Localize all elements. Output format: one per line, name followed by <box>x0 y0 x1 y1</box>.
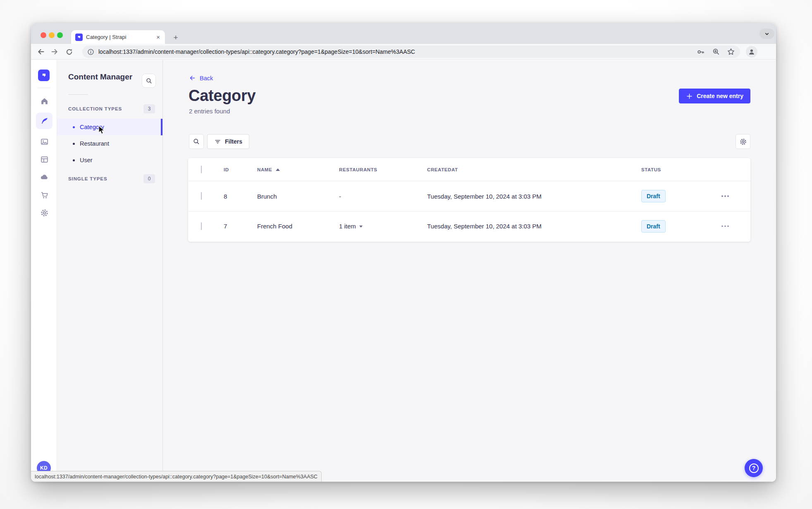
cell-restaurants[interactable]: 1 item <box>339 223 427 230</box>
sort-asc-icon <box>276 168 280 171</box>
single-types-count: 0 <box>143 174 155 183</box>
tab-close-icon[interactable]: × <box>155 33 161 41</box>
row-actions-button[interactable] <box>721 226 729 227</box>
subnav-divider <box>68 94 88 95</box>
strapi-logo[interactable] <box>38 70 50 81</box>
collection-types-label: COLLECTION TYPES <box>68 106 122 111</box>
cell-restaurants: - <box>339 193 427 200</box>
site-info-icon[interactable] <box>87 48 94 55</box>
feather-pen-icon <box>40 117 49 125</box>
page-title: Category <box>189 87 256 105</box>
subnav-search-button[interactable] <box>142 74 156 88</box>
cell-id: 8 <box>224 193 257 200</box>
browser-window: Category | Strapi × + localhost:1337/adm… <box>31 23 776 482</box>
minimize-window-button[interactable] <box>49 32 55 38</box>
column-header-status[interactable]: STATUS <box>641 167 721 172</box>
chevron-down-icon <box>764 31 770 37</box>
select-all-checkbox[interactable] <box>201 166 202 173</box>
sidebar-item-media-library[interactable] <box>36 134 52 149</box>
search-icon <box>193 138 200 145</box>
link-status-bar: localhost:1337/admin/content-manager/col… <box>31 471 322 482</box>
sidebar-item-settings[interactable] <box>36 205 52 221</box>
bookmark-star-icon[interactable] <box>727 48 735 56</box>
subnav-item-restaurant[interactable]: Restaurant <box>57 135 162 152</box>
strapi-logo-icon <box>41 72 47 79</box>
question-mark-icon: ? <box>749 463 759 473</box>
main-content: Back Category 2 entries found Create new… <box>163 60 776 482</box>
back-link[interactable]: Back <box>189 74 213 82</box>
password-key-icon[interactable] <box>697 48 705 56</box>
back-button[interactable] <box>36 47 46 57</box>
shopping-cart-icon <box>40 191 49 199</box>
table-row[interactable]: 8 Brunch - Tuesday, September 10, 2024 a… <box>188 181 750 211</box>
entries-count: 2 entries found <box>189 108 230 115</box>
tab-title: Category | Strapi <box>86 34 152 40</box>
column-header-createdat[interactable]: CREATEDAT <box>427 167 641 172</box>
table-header-row: ID NAME RESTAURANTS CREATEDAT STATUS <box>188 158 750 181</box>
row-checkbox[interactable] <box>201 192 202 200</box>
row-checkbox[interactable] <box>201 222 202 230</box>
cell-id: 7 <box>224 223 257 230</box>
tab-overview-button[interactable] <box>759 29 774 39</box>
close-window-button[interactable] <box>41 32 46 38</box>
rail-divider <box>38 88 50 88</box>
browser-toolbar: localhost:1337/admin/content-manager/col… <box>31 44 776 60</box>
plus-icon <box>686 93 693 100</box>
url-bar[interactable]: localhost:1337/admin/content-manager/col… <box>82 46 740 58</box>
bullet-icon <box>73 126 75 128</box>
sidebar-item-deploy[interactable] <box>36 169 52 185</box>
sidebar-item-marketplace[interactable] <box>36 187 52 203</box>
column-header-name[interactable]: NAME <box>257 167 339 172</box>
tab-strip: Category | Strapi × + <box>31 23 776 44</box>
reload-icon <box>65 48 73 56</box>
sidebar-item-content-manager[interactable] <box>36 113 53 129</box>
media-image-icon <box>40 137 49 146</box>
column-header-restaurants[interactable]: RESTAURANTS <box>339 167 427 172</box>
sidebar-item-home[interactable] <box>36 93 52 109</box>
table-search-button[interactable] <box>189 134 204 149</box>
subnav-title: Content Manager <box>68 72 132 82</box>
column-header-id[interactable]: ID <box>224 167 257 172</box>
cell-createdat: Tuesday, September 10, 2024 at 3:03 PM <box>427 223 641 230</box>
cell-createdat: Tuesday, September 10, 2024 at 3:03 PM <box>427 193 641 200</box>
gear-icon <box>40 209 49 217</box>
main-nav-rail: KD <box>31 60 57 482</box>
view-settings-button[interactable] <box>736 134 750 149</box>
zoom-page-icon[interactable] <box>712 48 720 56</box>
subnav-item-category[interactable]: Category <box>57 119 162 135</box>
single-types-label: SINGLE TYPES <box>68 176 107 181</box>
filter-icon <box>214 138 221 145</box>
collection-types-count: 3 <box>143 104 155 113</box>
status-badge: Draft <box>641 190 666 202</box>
help-button[interactable]: ? <box>745 459 763 477</box>
entries-table: ID NAME RESTAURANTS CREATEDAT STATUS 8 B… <box>188 158 750 242</box>
table-row[interactable]: 7 French Food 1 item Tuesday, September … <box>188 211 750 241</box>
layout-icon <box>40 155 49 164</box>
subnav-item-user[interactable]: User <box>57 152 162 168</box>
back-arrow-icon <box>189 74 196 82</box>
sidebar-item-content-type-builder[interactable] <box>36 151 52 167</box>
forward-button[interactable] <box>50 47 60 57</box>
strapi-favicon-icon <box>75 34 83 41</box>
reload-button[interactable] <box>64 47 74 57</box>
forward-arrow-icon <box>50 48 59 56</box>
strapi-app: KD Content Manager COLLECTION TYPES 3 Ca… <box>31 60 776 482</box>
browser-tab[interactable]: Category | Strapi × <box>71 30 165 44</box>
bullet-icon <box>73 143 75 145</box>
person-icon <box>748 48 755 55</box>
back-arrow-icon <box>37 48 45 56</box>
cell-name: French Food <box>257 223 339 230</box>
bullet-icon <box>73 159 75 161</box>
status-badge: Draft <box>641 220 666 233</box>
url-text: localhost:1337/admin/content-manager/col… <box>98 48 693 55</box>
filters-button[interactable]: Filters <box>207 134 249 149</box>
new-tab-button[interactable]: + <box>171 33 181 43</box>
fullscreen-window-button[interactable] <box>57 32 63 38</box>
gear-icon <box>739 138 747 146</box>
row-actions-button[interactable] <box>721 195 729 197</box>
cell-name: Brunch <box>257 193 339 200</box>
content-manager-subnav: Content Manager COLLECTION TYPES 3 Categ… <box>57 60 163 482</box>
browser-profile-button[interactable] <box>746 46 757 58</box>
search-icon <box>146 77 153 84</box>
create-new-entry-button[interactable]: Create new entry <box>679 89 750 103</box>
